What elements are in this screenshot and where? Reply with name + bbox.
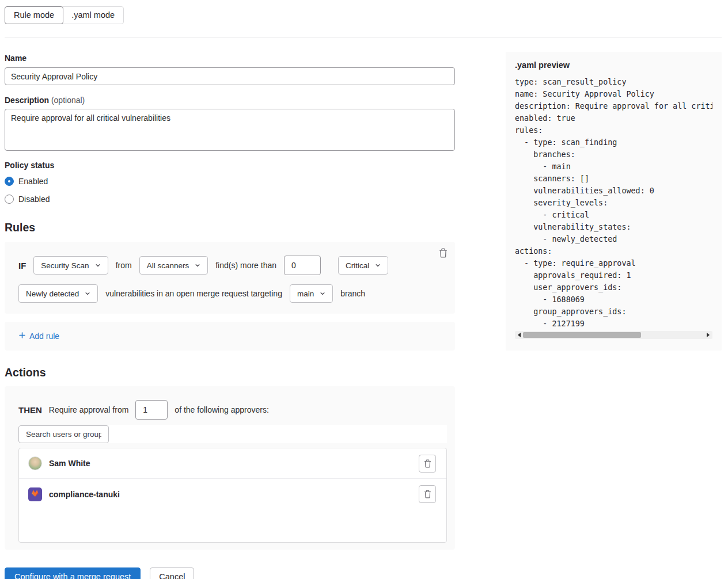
description-textarea[interactable]: Require approval for all critical vulner… — [5, 109, 455, 151]
yaml-preview-panel: .yaml preview type: scan_result_policy n… — [506, 52, 722, 351]
delete-rule-button[interactable] — [438, 247, 449, 259]
editor-layout: Name Description (optional) Require appr… — [5, 37, 722, 579]
yaml-preview-heading: .yaml preview — [515, 60, 712, 70]
cancel-button[interactable]: Cancel — [150, 567, 194, 579]
form-footer: Configure with a merge request Cancel — [5, 567, 455, 579]
chevron-down-icon — [95, 261, 101, 270]
if-label: IF — [18, 261, 26, 271]
disabled-radio[interactable] — [5, 195, 14, 204]
configure-merge-request-button[interactable]: Configure with a merge request — [5, 567, 141, 579]
description-optional-hint: (optional) — [49, 96, 85, 105]
trash-icon — [424, 459, 431, 468]
rules-heading: Rules — [5, 221, 455, 234]
require-approval-label: Require approval from — [49, 405, 129, 414]
policy-mode-segmented-control: Rule mode .yaml mode — [5, 6, 124, 24]
then-label: THEN — [18, 405, 42, 415]
approver-search-strip — [18, 425, 447, 443]
name-input[interactable] — [5, 67, 455, 85]
user-avatar — [28, 456, 42, 470]
approvers-suffix-label: of the following approvers: — [175, 405, 268, 414]
trash-icon — [439, 251, 448, 260]
add-rule-label: Add rule — [29, 332, 59, 341]
actions-heading: Actions — [5, 366, 455, 379]
scan-type-dropdown-value: Security Scan — [41, 261, 89, 270]
chevron-down-icon — [320, 290, 325, 298]
add-rule-section: Add rule — [5, 322, 455, 351]
scanners-dropdown-value: All scanners — [147, 261, 189, 270]
approver-row-sam-white: Sam White — [19, 448, 446, 479]
branch-dropdown-value: main — [297, 290, 314, 298]
vulnerabilities-allowed-input[interactable] — [284, 256, 321, 275]
chevron-down-icon — [85, 290, 90, 298]
severity-dropdown[interactable]: Critical — [338, 256, 388, 275]
enabled-radio[interactable] — [5, 177, 14, 186]
branch-label: branch — [340, 289, 365, 298]
rule-builder-box: IF Security Scan from All scanners — [5, 242, 455, 314]
severity-dropdown-value: Critical — [346, 261, 369, 270]
approver-search-input[interactable] — [18, 425, 109, 443]
targeting-label: vulnerabilities in an open merge request… — [105, 289, 282, 298]
policy-editor-page: Rule mode .yaml mode Name Description (o… — [0, 0, 728, 579]
yaml-horizontal-scrollbar[interactable] — [515, 331, 712, 339]
action-builder-box: THEN Require approval from of the follow… — [5, 386, 455, 550]
disabled-radio-label[interactable]: Disabled — [18, 195, 50, 204]
description-label-text: Description — [5, 96, 49, 105]
scrollbar-right-arrow-icon[interactable] — [707, 333, 710, 337]
scrollbar-thumb[interactable] — [523, 332, 641, 338]
then-row: THEN Require approval from of the follow… — [18, 400, 447, 420]
tanuki-logo-icon — [31, 489, 40, 500]
tab-yaml-mode[interactable]: .yaml mode — [62, 6, 124, 24]
scrollbar-left-arrow-icon[interactable] — [518, 333, 521, 337]
policy-status-option-enabled: Enabled — [5, 175, 455, 188]
tab-rule-mode[interactable]: Rule mode — [5, 6, 63, 24]
yaml-code-block: type: scan_result_policy name: Security … — [515, 76, 712, 330]
branch-dropdown[interactable]: main — [290, 284, 333, 303]
policy-status-label: Policy status — [5, 161, 455, 170]
scan-type-dropdown[interactable]: Security Scan — [33, 256, 108, 275]
name-label: Name — [5, 54, 455, 63]
vulnerability-state-dropdown-value: Newly detected — [26, 290, 79, 298]
add-rule-button[interactable]: Add rule — [18, 332, 59, 341]
plus-icon — [18, 332, 26, 341]
rule-condition-row-1: IF Security Scan from All scanners — [18, 256, 441, 275]
group-avatar — [28, 487, 42, 501]
approvers-list: Sam White — [18, 448, 447, 543]
policy-status-option-disabled: Disabled — [5, 193, 455, 205]
approver-name: compliance-tanuki — [49, 490, 419, 499]
trash-icon — [424, 490, 431, 498]
remove-approver-button[interactable] — [419, 455, 436, 473]
enabled-radio-label[interactable]: Enabled — [18, 177, 48, 186]
approver-name: Sam White — [49, 459, 419, 468]
approvals-required-input[interactable] — [135, 400, 168, 420]
scanners-dropdown[interactable]: All scanners — [139, 256, 208, 275]
chevron-down-icon — [375, 261, 381, 270]
remove-approver-button[interactable] — [419, 485, 436, 503]
from-label: from — [116, 261, 132, 270]
approver-row-compliance-tanuki: compliance-tanuki — [19, 479, 446, 509]
finds-more-than-label: find(s) more than — [215, 261, 276, 270]
vulnerability-state-dropdown[interactable]: Newly detected — [18, 284, 98, 303]
rule-condition-row-2: Newly detected vulnerabilities in an ope… — [18, 284, 441, 303]
chevron-down-icon — [195, 261, 200, 270]
policy-form-column: Name Description (optional) Require appr… — [5, 37, 455, 579]
description-label: Description (optional) — [5, 96, 455, 105]
